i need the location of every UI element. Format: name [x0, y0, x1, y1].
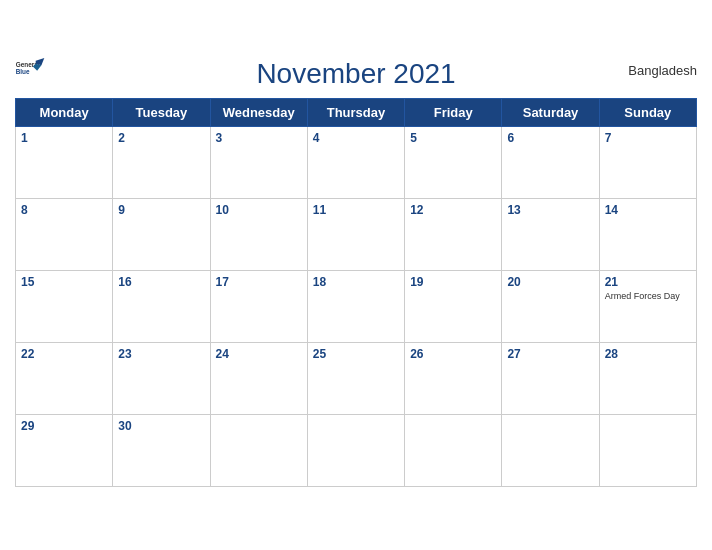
logo-area: General Blue [15, 58, 45, 78]
header-tuesday: Tuesday [113, 99, 210, 127]
calendar-day-cell: 22 [16, 343, 113, 415]
calendar-header: General Blue November 2021 Bangladesh [15, 58, 697, 90]
day-number: 11 [313, 203, 399, 217]
calendar-day-cell: 29 [16, 415, 113, 487]
calendar-day-cell: 10 [210, 199, 307, 271]
calendar-day-cell [502, 415, 599, 487]
calendar-day-cell: 19 [405, 271, 502, 343]
day-number: 5 [410, 131, 496, 145]
day-number: 15 [21, 275, 107, 289]
logo-icon: General Blue [15, 58, 45, 78]
day-number: 3 [216, 131, 302, 145]
calendar-day-cell: 28 [599, 343, 696, 415]
day-number: 22 [21, 347, 107, 361]
calendar-day-cell: 9 [113, 199, 210, 271]
calendar-day-cell: 25 [307, 343, 404, 415]
calendar-day-cell: 30 [113, 415, 210, 487]
day-number: 10 [216, 203, 302, 217]
svg-text:Blue: Blue [16, 68, 30, 75]
country-label: Bangladesh [628, 63, 697, 78]
calendar-day-cell: 8 [16, 199, 113, 271]
calendar-day-cell: 3 [210, 127, 307, 199]
day-number: 8 [21, 203, 107, 217]
header-monday: Monday [16, 99, 113, 127]
holiday-label: Armed Forces Day [605, 291, 691, 302]
day-number: 17 [216, 275, 302, 289]
calendar-day-cell: 21Armed Forces Day [599, 271, 696, 343]
day-number: 21 [605, 275, 691, 289]
calendar-day-cell: 1 [16, 127, 113, 199]
day-number: 2 [118, 131, 204, 145]
calendar-day-cell: 26 [405, 343, 502, 415]
day-number: 30 [118, 419, 204, 433]
day-number: 4 [313, 131, 399, 145]
header-thursday: Thursday [307, 99, 404, 127]
calendar-table: Monday Tuesday Wednesday Thursday Friday… [15, 98, 697, 487]
day-number: 28 [605, 347, 691, 361]
day-number: 29 [21, 419, 107, 433]
day-number: 24 [216, 347, 302, 361]
day-number: 14 [605, 203, 691, 217]
calendar-week-row: 1234567 [16, 127, 697, 199]
calendar-week-row: 15161718192021Armed Forces Day [16, 271, 697, 343]
calendar-day-cell: 5 [405, 127, 502, 199]
day-number: 9 [118, 203, 204, 217]
calendar-day-cell [599, 415, 696, 487]
day-number: 12 [410, 203, 496, 217]
calendar-day-cell: 2 [113, 127, 210, 199]
calendar-day-cell: 24 [210, 343, 307, 415]
day-number: 18 [313, 275, 399, 289]
day-number: 7 [605, 131, 691, 145]
calendar-day-cell: 13 [502, 199, 599, 271]
calendar-day-cell: 20 [502, 271, 599, 343]
calendar-body: 123456789101112131415161718192021Armed F… [16, 127, 697, 487]
calendar-wrapper: General Blue November 2021 Bangladesh Mo… [0, 48, 712, 502]
day-number: 6 [507, 131, 593, 145]
day-number: 27 [507, 347, 593, 361]
day-number: 25 [313, 347, 399, 361]
calendar-thead: Monday Tuesday Wednesday Thursday Friday… [16, 99, 697, 127]
day-number: 20 [507, 275, 593, 289]
calendar-day-cell: 17 [210, 271, 307, 343]
calendar-week-row: 2930 [16, 415, 697, 487]
day-number: 16 [118, 275, 204, 289]
day-number: 26 [410, 347, 496, 361]
header-friday: Friday [405, 99, 502, 127]
header-saturday: Saturday [502, 99, 599, 127]
calendar-day-cell [405, 415, 502, 487]
calendar-day-cell: 16 [113, 271, 210, 343]
calendar-day-cell: 15 [16, 271, 113, 343]
calendar-day-cell: 7 [599, 127, 696, 199]
month-title: November 2021 [256, 58, 455, 90]
weekday-header-row: Monday Tuesday Wednesday Thursday Friday… [16, 99, 697, 127]
calendar-day-cell: 4 [307, 127, 404, 199]
calendar-day-cell [307, 415, 404, 487]
header-sunday: Sunday [599, 99, 696, 127]
calendar-day-cell: 27 [502, 343, 599, 415]
calendar-week-row: 22232425262728 [16, 343, 697, 415]
calendar-day-cell: 11 [307, 199, 404, 271]
day-number: 23 [118, 347, 204, 361]
calendar-day-cell: 12 [405, 199, 502, 271]
calendar-day-cell: 6 [502, 127, 599, 199]
calendar-day-cell [210, 415, 307, 487]
day-number: 1 [21, 131, 107, 145]
calendar-week-row: 891011121314 [16, 199, 697, 271]
day-number: 13 [507, 203, 593, 217]
day-number: 19 [410, 275, 496, 289]
calendar-day-cell: 14 [599, 199, 696, 271]
calendar-day-cell: 23 [113, 343, 210, 415]
calendar-day-cell: 18 [307, 271, 404, 343]
header-wednesday: Wednesday [210, 99, 307, 127]
